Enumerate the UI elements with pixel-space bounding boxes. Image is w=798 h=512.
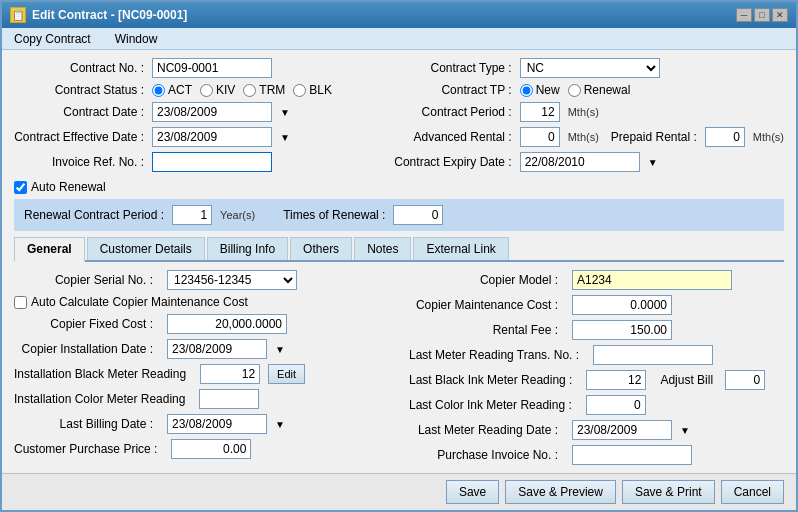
contract-type-label: Contract Type : <box>382 61 512 75</box>
copier-fixed-cost-label: Copier Fixed Cost : <box>14 317 159 331</box>
left-form-col: Contract No. : Contract Status : ACT KIV… <box>14 58 362 177</box>
advanced-rental-unit: Mth(s) <box>568 131 599 143</box>
tab-external-link[interactable]: External Link <box>413 237 508 260</box>
contract-no-input[interactable] <box>152 58 272 78</box>
advanced-rental-row: Advanced Rental : Mth(s) Prepaid Rental … <box>382 127 784 147</box>
contract-period-label: Contract Period : <box>382 105 512 119</box>
contract-period-row: Contract Period : Mth(s) <box>382 102 784 122</box>
copier-serial-label: Copier Serial No. : <box>14 273 159 287</box>
copier-maintenance-cost-input[interactable] <box>572 295 672 315</box>
last-meter-reading-date-dropdown-icon[interactable]: ▼ <box>680 425 690 436</box>
contract-expiry-date-input[interactable] <box>520 152 640 172</box>
tab-others[interactable]: Others <box>290 237 352 260</box>
copier-serial-select[interactable]: 123456-12345 <box>167 270 297 290</box>
last-billing-date-input[interactable] <box>167 414 267 434</box>
copier-install-date-dropdown-icon[interactable]: ▼ <box>275 344 285 355</box>
window-title: Edit Contract - [NC09-0001] <box>32 8 187 22</box>
contract-type-select[interactable]: NC <box>520 58 660 78</box>
copier-install-date-row: Copier Installation Date : ▼ <box>14 339 389 359</box>
auto-calc-checkbox[interactable] <box>14 296 27 309</box>
rental-fee-input[interactable] <box>572 320 672 340</box>
purchase-invoice-no-row: Purchase Invoice No. : <box>409 445 784 465</box>
contract-no-label: Contract No. : <box>14 61 144 75</box>
title-bar: 📋 Edit Contract - [NC09-0001] ─ □ ✕ <box>2 2 796 28</box>
close-button[interactable]: ✕ <box>772 8 788 22</box>
edit-button[interactable]: Edit <box>268 364 305 384</box>
auto-renewal-label: Auto Renewal <box>31 180 106 194</box>
purchase-invoice-no-input[interactable] <box>572 445 692 465</box>
general-left-col: Copier Serial No. : 123456-12345 Auto Ca… <box>14 270 389 470</box>
auto-renewal-checkbox-label[interactable]: Auto Renewal <box>14 180 106 194</box>
save-button[interactable]: Save <box>446 480 499 504</box>
customer-purchase-price-input[interactable] <box>171 439 251 459</box>
right-form-col: Contract Type : NC Contract TP : New Ren… <box>382 58 784 177</box>
contract-effective-date-dropdown-icon[interactable]: ▼ <box>280 132 290 143</box>
last-color-ink-meter-row: Last Color Ink Meter Reading : <box>409 395 784 415</box>
install-black-meter-label: Installation Black Meter Reading <box>14 367 192 381</box>
invoice-ref-row: Invoice Ref. No. : <box>14 152 362 172</box>
last-black-ink-meter-input[interactable] <box>586 370 646 390</box>
contract-effective-date-input[interactable] <box>152 127 272 147</box>
install-black-meter-row: Installation Black Meter Reading Edit <box>14 364 389 384</box>
contract-date-input[interactable] <box>152 102 272 122</box>
contract-date-dropdown-icon[interactable]: ▼ <box>280 107 290 118</box>
auto-renewal-checkbox[interactable] <box>14 181 27 194</box>
contract-period-input[interactable] <box>520 102 560 122</box>
customer-purchase-price-row: Customer Purchase Price : <box>14 439 389 459</box>
status-act-option[interactable]: ACT <box>152 83 192 97</box>
save-print-button[interactable]: Save & Print <box>622 480 715 504</box>
last-color-ink-meter-input[interactable] <box>586 395 646 415</box>
save-preview-button[interactable]: Save & Preview <box>505 480 616 504</box>
menu-bar: Copy Contract Window <box>2 28 796 50</box>
status-blk-option[interactable]: BLK <box>293 83 332 97</box>
times-of-renewal-label: Times of Renewal : <box>283 208 385 222</box>
tab-customer-details[interactable]: Customer Details <box>87 237 205 260</box>
status-kiv-option[interactable]: KIV <box>200 83 235 97</box>
copier-fixed-cost-input[interactable] <box>167 314 287 334</box>
tab-content-general: Copier Serial No. : 123456-12345 Auto Ca… <box>14 270 784 470</box>
advanced-rental-input[interactable] <box>520 127 560 147</box>
install-color-meter-input[interactable] <box>199 389 259 409</box>
menu-window[interactable]: Window <box>111 30 162 48</box>
status-trm-option[interactable]: TRM <box>243 83 285 97</box>
main-window: 📋 Edit Contract - [NC09-0001] ─ □ ✕ Copy… <box>0 0 798 512</box>
auto-calc-checkbox-label[interactable]: Auto Calculate Copier Maintenance Cost <box>14 295 248 309</box>
contract-tp-label: Contract TP : <box>382 83 512 97</box>
last-meter-reading-date-label: Last Meter Reading Date : <box>409 423 564 437</box>
last-color-ink-meter-label: Last Color Ink Meter Reading : <box>409 398 578 412</box>
copier-maintenance-cost-label: Copier Maintenance Cost : <box>409 298 564 312</box>
maximize-button[interactable]: □ <box>754 8 770 22</box>
last-meter-trans-input[interactable] <box>593 345 713 365</box>
install-black-meter-input[interactable] <box>200 364 260 384</box>
last-billing-date-label: Last Billing Date : <box>14 417 159 431</box>
renewal-period-input[interactable] <box>172 205 212 225</box>
contract-period-unit: Mth(s) <box>568 106 599 118</box>
contract-no-row: Contract No. : <box>14 58 362 78</box>
contract-date-row: Contract Date : ▼ <box>14 102 362 122</box>
tab-billing-info[interactable]: Billing Info <box>207 237 288 260</box>
minimize-button[interactable]: ─ <box>736 8 752 22</box>
prepaid-rental-input[interactable] <box>705 127 745 147</box>
copier-fixed-cost-row: Copier Fixed Cost : <box>14 314 389 334</box>
last-meter-reading-date-input[interactable] <box>572 420 672 440</box>
contract-status-radio-group: ACT KIV TRM BLK <box>152 83 332 97</box>
contract-tp-row: Contract TP : New Renewal <box>382 83 784 97</box>
expiry-date-dropdown-icon[interactable]: ▼ <box>648 157 658 168</box>
copier-model-label: Copier Model : <box>409 273 564 287</box>
prepaid-rental-unit: Mth(s) <box>753 131 784 143</box>
tp-new-option[interactable]: New <box>520 83 560 97</box>
adjust-bill-input[interactable] <box>725 370 765 390</box>
tp-renewal-option[interactable]: Renewal <box>568 83 631 97</box>
last-billing-date-dropdown-icon[interactable]: ▼ <box>275 419 285 430</box>
menu-copy-contract[interactable]: Copy Contract <box>10 30 95 48</box>
tab-notes[interactable]: Notes <box>354 237 411 260</box>
times-of-renewal-input[interactable] <box>393 205 443 225</box>
copier-install-date-input[interactable] <box>167 339 267 359</box>
cancel-button[interactable]: Cancel <box>721 480 784 504</box>
copier-model-input[interactable] <box>572 270 732 290</box>
rental-fee-label: Rental Fee : <box>409 323 564 337</box>
auto-calc-row: Auto Calculate Copier Maintenance Cost <box>14 295 389 309</box>
general-right-col: Copier Model : Copier Maintenance Cost :… <box>409 270 784 470</box>
tab-general[interactable]: General <box>14 237 85 262</box>
invoice-ref-input[interactable] <box>152 152 272 172</box>
